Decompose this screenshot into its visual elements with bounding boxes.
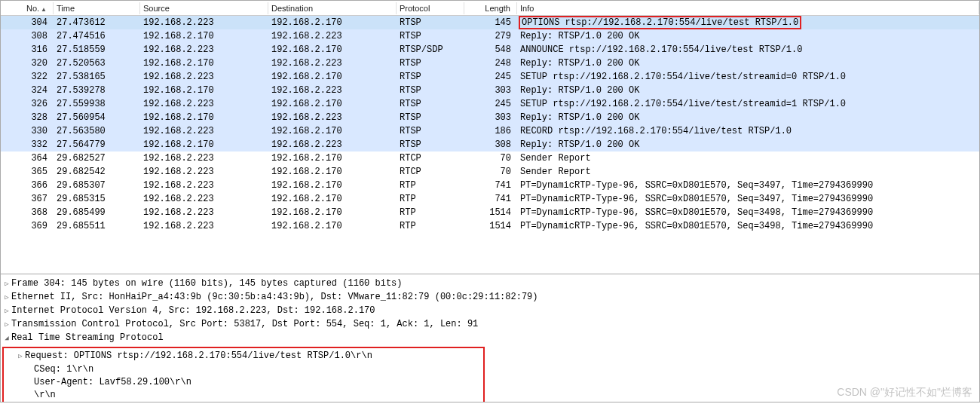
cell-time: 29.685499: [54, 207, 140, 219]
table-row[interactable]: 32827.560954192.168.2.170192.168.2.223RT…: [1, 111, 979, 124]
cell-no: 330: [1, 125, 54, 137]
cell-length: 279: [464, 30, 517, 42]
cell-time: 29.685315: [54, 193, 140, 205]
detail-request-line[interactable]: ▷Request: OPTIONS rtsp://192.168.2.170:5…: [5, 350, 479, 363]
cell-no: 322: [1, 71, 54, 83]
col-header-no[interactable]: No.▲: [1, 2, 54, 14]
cell-destination: 192.168.2.170: [268, 220, 397, 232]
cell-time: 27.539278: [54, 84, 140, 96]
table-row[interactable]: 36929.685511192.168.2.223192.168.2.170RT…: [1, 219, 979, 233]
cell-source: 192.168.2.223: [140, 220, 268, 232]
detail-tcp[interactable]: ▷Transmission Control Protocol, Src Port…: [2, 318, 978, 332]
table-row[interactable]: 32427.539278192.168.2.170192.168.2.223RT…: [1, 84, 979, 97]
cell-protocol: RTSP: [397, 112, 464, 124]
cell-destination: 192.168.2.170: [268, 166, 397, 178]
cell-time: 29.682542: [54, 166, 140, 178]
packet-list-header: No.▲ Time Source Destination Protocol Le…: [1, 1, 979, 16]
cell-info: Reply: RTSP/1.0 200 OK: [517, 30, 979, 42]
table-row[interactable]: 36629.685307192.168.2.223192.168.2.170RT…: [1, 179, 979, 192]
cell-length: 303: [464, 112, 517, 124]
cell-source: 192.168.2.170: [140, 57, 268, 69]
cell-time: 27.563580: [54, 125, 140, 137]
detail-crlf[interactable]: \r\n: [5, 389, 479, 402]
cell-no: 368: [1, 207, 54, 219]
cell-info: PT=DynamicRTP-Type-96, SSRC=0xD801E570, …: [517, 179, 979, 191]
col-header-destination[interactable]: Destination: [268, 2, 397, 14]
cell-protocol: RTSP: [397, 17, 464, 29]
cell-source: 192.168.2.223: [140, 179, 268, 191]
cell-time: 27.474516: [54, 30, 140, 42]
table-row[interactable]: 36729.685315192.168.2.223192.168.2.170RT…: [1, 192, 979, 206]
expand-icon[interactable]: ▷: [2, 292, 11, 305]
table-row[interactable]: 32627.559938192.168.2.223192.168.2.170RT…: [1, 97, 979, 111]
detail-ethernet[interactable]: ▷Ethernet II, Src: HonHaiPr_a4:43:9b (9c…: [2, 291, 978, 305]
cell-length: 741: [464, 193, 517, 205]
table-row[interactable]: 33027.563580192.168.2.223192.168.2.170RT…: [1, 124, 979, 138]
cell-protocol: RTP: [397, 193, 464, 205]
expand-icon[interactable]: ▷: [2, 305, 11, 318]
cell-protocol: RTSP: [397, 57, 464, 69]
cell-destination: 192.168.2.170: [268, 44, 397, 56]
detail-frame[interactable]: ▷Frame 304: 145 bytes on wire (1160 bits…: [2, 277, 978, 291]
cell-source: 192.168.2.223: [140, 152, 268, 164]
cell-length: 548: [464, 44, 517, 56]
col-header-info[interactable]: Info: [517, 2, 979, 14]
cell-destination: 192.168.2.170: [268, 193, 397, 205]
table-row[interactable]: 33227.564779192.168.2.170192.168.2.223RT…: [1, 138, 979, 152]
table-row[interactable]: 36429.682527192.168.2.223192.168.2.170RT…: [1, 152, 979, 165]
table-row[interactable]: 36829.685499192.168.2.223192.168.2.170RT…: [1, 206, 979, 219]
expand-icon[interactable]: ▷: [2, 278, 11, 291]
col-header-length[interactable]: Length: [464, 2, 517, 14]
packet-rows-container[interactable]: 30427.473612192.168.2.223192.168.2.170RT…: [1, 16, 979, 274]
cell-time: 27.538165: [54, 71, 140, 83]
cell-source: 192.168.2.170: [140, 30, 268, 42]
cell-info: ANNOUNCE rtsp://192.168.2.170:554/live/t…: [517, 44, 979, 56]
cell-protocol: RTP: [397, 179, 464, 191]
table-row[interactable]: 32027.520563192.168.2.170192.168.2.223RT…: [1, 57, 979, 70]
cell-source: 192.168.2.223: [140, 125, 268, 137]
cell-source: 192.168.2.223: [140, 166, 268, 178]
table-row[interactable]: 30827.474516192.168.2.170192.168.2.223RT…: [1, 29, 979, 43]
collapse-icon[interactable]: ◢: [2, 332, 11, 345]
cell-time: 27.473612: [54, 17, 140, 29]
table-row[interactable]: 31627.518559192.168.2.223192.168.2.170RT…: [1, 43, 979, 57]
cell-protocol: RTSP/SDP: [397, 44, 464, 56]
cell-length: 145: [464, 17, 517, 29]
cell-source: 192.168.2.170: [140, 84, 268, 96]
cell-protocol: RTCP: [397, 152, 464, 164]
cell-length: 186: [464, 125, 517, 137]
cell-destination: 192.168.2.223: [268, 30, 397, 42]
cell-protocol: RTSP: [397, 125, 464, 137]
cell-no: 364: [1, 152, 54, 164]
cell-destination: 192.168.2.223: [268, 57, 397, 69]
cell-protocol: RTSP: [397, 84, 464, 96]
cell-source: 192.168.2.223: [140, 44, 268, 56]
cell-info: OPTIONS rtsp://192.168.2.170:554/live/te…: [517, 16, 979, 30]
expand-icon[interactable]: ▷: [2, 319, 11, 332]
cell-info: Sender Report: [517, 166, 979, 178]
detail-user-agent[interactable]: User-Agent: Lavf58.29.100\r\n: [5, 376, 479, 389]
cell-no: 320: [1, 57, 54, 69]
table-row[interactable]: 32227.538165192.168.2.223192.168.2.170RT…: [1, 70, 979, 84]
col-header-source[interactable]: Source: [140, 2, 268, 14]
cell-source: 192.168.2.170: [140, 112, 268, 124]
cell-no: 304: [1, 17, 54, 29]
table-row[interactable]: 30427.473612192.168.2.223192.168.2.170RT…: [1, 16, 979, 29]
cell-destination: 192.168.2.223: [268, 84, 397, 96]
cell-info: RECORD rtsp://192.168.2.170:554/live/tes…: [517, 125, 979, 137]
detail-rtsp[interactable]: ◢Real Time Streaming Protocol: [2, 332, 978, 345]
cell-time: 27.520563: [54, 57, 140, 69]
detail-cseq[interactable]: CSeq: 1\r\n: [5, 363, 479, 376]
col-header-time[interactable]: Time: [54, 2, 140, 14]
cell-info: Reply: RTSP/1.0 200 OK: [517, 139, 979, 151]
col-header-protocol[interactable]: Protocol: [397, 2, 464, 14]
table-row[interactable]: 36529.682542192.168.2.223192.168.2.170RT…: [1, 165, 979, 179]
cell-protocol: RTCP: [397, 166, 464, 178]
cell-time: 27.559938: [54, 98, 140, 110]
packet-details-pane[interactable]: ▷Frame 304: 145 bytes on wire (1160 bits…: [0, 274, 980, 402]
cell-no: 369: [1, 220, 54, 232]
cell-time: 27.564779: [54, 139, 140, 151]
detail-ip[interactable]: ▷Internet Protocol Version 4, Src: 192.1…: [2, 305, 978, 318]
expand-icon[interactable]: ▷: [16, 350, 25, 363]
cell-time: 29.685307: [54, 179, 140, 191]
